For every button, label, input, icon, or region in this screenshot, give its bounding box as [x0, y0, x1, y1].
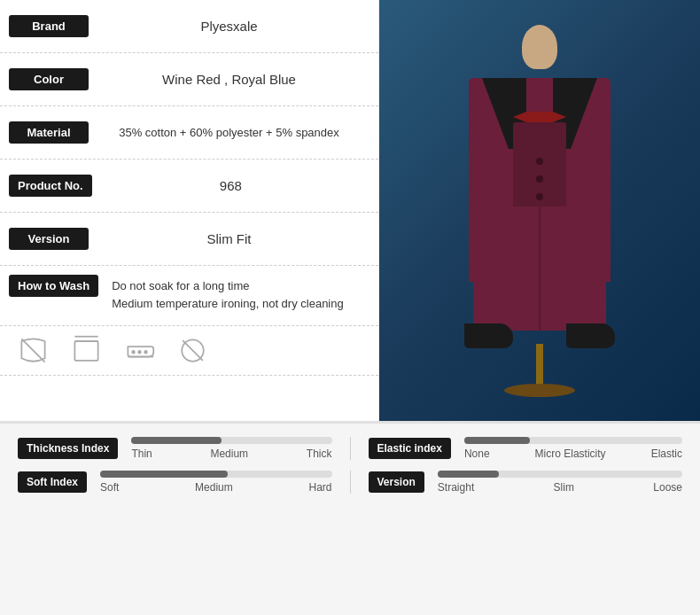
product-image: [379, 0, 700, 421]
mannequin-base: [504, 384, 575, 397]
thickness-label-thick: Thick: [307, 448, 332, 460]
soft-block: Soft Index Soft Medium Hard: [18, 471, 332, 494]
soft-track: [100, 471, 331, 478]
shoe-right: [566, 323, 615, 348]
soft-label: Soft Index: [18, 471, 87, 493]
no-dry-clean-icon: [177, 335, 208, 366]
wash-row: How to Wash Do not soak for a long time …: [0, 266, 378, 326]
trouser-divider: [539, 206, 541, 331]
thickness-block: Thickness Index Thin Medium Thick: [18, 437, 332, 460]
color-value: Wine Red , Royal Blue: [89, 72, 369, 87]
svg-point-5: [132, 351, 135, 354]
version-fill: [438, 471, 499, 478]
version-index-block: Version Straight Slim Loose: [369, 471, 683, 494]
material-label: Material: [9, 121, 89, 144]
version-row: Version Slim Fit: [0, 213, 378, 266]
soft-label-hard: Hard: [308, 481, 331, 494]
version-index-label: Version: [369, 471, 424, 493]
wash-line2: Medium temperature ironing, not dry clea…: [112, 297, 344, 310]
wash-label: How to Wash: [9, 275, 98, 297]
soft-labels: Soft Medium Hard: [100, 481, 331, 494]
elastic-block: Elastic index None Micro Elasticity Elas…: [369, 437, 683, 460]
svg-point-7: [144, 351, 147, 354]
thickness-label-medium: Medium: [210, 448, 248, 460]
material-row: Material 35% cotton + 60% polyester + 5%…: [0, 106, 378, 160]
soft-fill: [100, 471, 228, 478]
mannequin-head: [522, 25, 557, 69]
soft-label-soft: Soft: [100, 481, 119, 494]
elastic-labels: None Micro Elasticity Elastic: [464, 448, 682, 460]
brand-label: Brand: [9, 15, 89, 37]
version-label-straight: Straight: [438, 481, 474, 494]
soft-slider: Soft Medium Hard: [100, 471, 331, 494]
thickness-label-thin: Thin: [131, 448, 152, 460]
thickness-slider: Thin Medium Thick: [131, 437, 331, 460]
info-panel: Brand Plyesxale Color Wine Red , Royal B…: [0, 0, 379, 421]
elastic-slider: None Micro Elasticity Elastic: [464, 437, 682, 460]
elastic-track: [464, 437, 682, 444]
version-labels: Straight Slim Loose: [438, 481, 682, 494]
wash-line1: Do not soak for a long time: [112, 279, 344, 292]
brand-value: Plyesxale: [89, 19, 369, 34]
elastic-label-elastic: Elastic: [651, 448, 682, 460]
version-slider: Straight Slim Loose: [438, 471, 682, 494]
version-value: Slim Fit: [89, 231, 369, 246]
material-value: 35% cotton + 60% polyester + 5% spandex: [89, 126, 369, 139]
wash-icons-row: [0, 326, 378, 376]
suit-illustration: [442, 25, 637, 397]
hang-dry-icon: [71, 335, 102, 366]
svg-point-6: [138, 351, 141, 354]
brand-row: Brand Plyesxale: [0, 0, 378, 53]
thickness-fill: [131, 437, 222, 444]
elastic-label-micro: Micro Elasticity: [535, 448, 606, 460]
product-no-label: Product No.: [9, 175, 92, 197]
version-label: Version: [9, 228, 89, 250]
wash-text: Do not soak for a long time Medium tempe…: [98, 275, 357, 315]
index-row-2: Soft Index Soft Medium Hard Version: [18, 471, 682, 494]
index-row-1: Thickness Index Thin Medium Thick Elasti…: [18, 437, 682, 460]
thickness-label: Thickness Index: [18, 438, 118, 459]
version-track: [438, 471, 682, 478]
elastic-label: Elastic index: [369, 438, 451, 459]
iron-icon: [124, 335, 155, 366]
shoe-left: [464, 323, 513, 348]
svg-line-0: [21, 339, 44, 362]
product-no-row: Product No. 968: [0, 160, 378, 213]
bottom-section: Thickness Index Thin Medium Thick Elasti…: [0, 421, 700, 615]
product-no-value: 968: [92, 178, 369, 193]
soft-label-medium: Medium: [195, 481, 233, 494]
divider-1: [350, 437, 351, 460]
elastic-label-none: None: [464, 448, 490, 460]
svg-line-9: [183, 340, 203, 361]
color-row: Color Wine Red , Royal Blue: [0, 53, 378, 106]
version-label-slim: Slim: [554, 481, 574, 494]
version-label-loose: Loose: [653, 481, 682, 494]
bow-tie: [526, 112, 553, 122]
color-label: Color: [9, 68, 89, 90]
elastic-fill: [464, 437, 530, 444]
svg-rect-1: [74, 341, 97, 361]
divider-2: [350, 471, 351, 494]
thickness-labels: Thin Medium Thick: [131, 448, 331, 460]
no-wash-icon: [18, 335, 49, 366]
thickness-track: [131, 437, 331, 444]
